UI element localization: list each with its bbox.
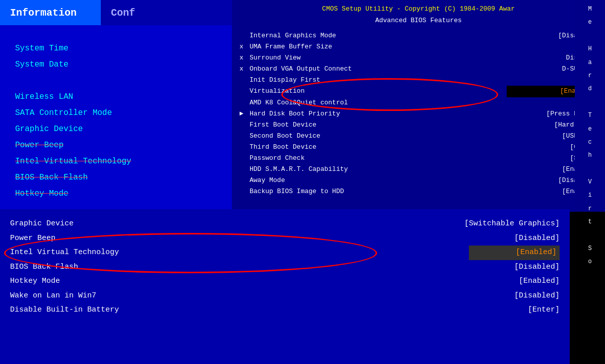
sidebar-letter: r: [588, 202, 591, 215]
left-info-panel: Information Conf System Time System Date…: [0, 0, 232, 212]
bios-row-bios-flash[interactable]: BIOS Back Flash [Disabled]: [10, 260, 560, 275]
list-item[interactable]: System Date: [15, 56, 217, 73]
sidebar-letter: H: [588, 42, 591, 55]
bios-row-uma[interactable]: x UMA Frame Buffer Size 128MB: [239, 41, 597, 52]
tab-bar: Information Conf: [0, 0, 232, 25]
list-item[interactable]: Wireless LAN: [15, 89, 217, 105]
top-right-sidebar: M e H a r d T e c h V i r t S o: [575, 0, 605, 212]
row-prefix: [239, 186, 247, 197]
sidebar-letter: [588, 96, 591, 109]
bios-subtitle: Advanced BIOS Features: [239, 17, 597, 24]
tab-conf-label: Conf: [111, 7, 135, 19]
bios-row-intel-vt[interactable]: Intel Virtual Technology [Enabled]: [10, 246, 560, 260]
sidebar-letter: [588, 229, 591, 242]
row-prefix: x: [239, 64, 247, 75]
row-prefix: [239, 153, 247, 164]
bios-row-hdd-priority[interactable]: ► Hard Disk Boot Priority [Press Enter]: [239, 108, 597, 119]
bios-row-cool-quiet[interactable]: AMD K8 Cool&Quiet control [Auto]: [239, 97, 597, 108]
sidebar-letter: [588, 29, 591, 42]
bios-row-battery[interactable]: Disable Built-in Battery [Enter]: [10, 303, 560, 318]
bios-row-hotkey[interactable]: Hotkey Mode [Enabled]: [10, 274, 560, 289]
row-prefix: [239, 175, 247, 186]
tab-conf[interactable]: Conf: [101, 0, 232, 25]
sidebar-letter: T: [588, 109, 591, 122]
row-prefix: x: [239, 41, 247, 52]
bios-row-onboard-vga[interactable]: x Onboard VGA Output Connect D-SUB/DVI: [239, 64, 597, 75]
sidebar-letter: r: [588, 69, 591, 82]
bios-row-surround[interactable]: x Surround View Disabled: [239, 52, 597, 64]
left-panel-items: System Time System Date Wireless LAN SAT…: [0, 35, 232, 207]
bios-row-smart[interactable]: HDD S.M.A.R.T. Capability [Enabled]: [239, 164, 597, 175]
bios-header-text: CMOS Setup Utility - Copyright (C) 1984-…: [322, 5, 515, 13]
sidebar-letter: h: [588, 149, 591, 162]
bios-subtitle-text: Advanced BIOS Features: [375, 17, 462, 24]
list-item-spacer: [15, 73, 217, 89]
sidebar-letter: M: [588, 3, 591, 16]
row-prefix: [239, 86, 247, 97]
row-prefix: x: [239, 52, 247, 64]
bios-row-first-boot[interactable]: First Boot Device [Hard Disk]: [239, 119, 597, 131]
row-prefix: [239, 97, 247, 108]
bios-row-wake-lan[interactable]: Wake on Lan in Win7 [Disabled]: [10, 289, 560, 304]
bios-row-init-display[interactable]: Init Display First [PEG]: [239, 75, 597, 86]
tab-information-label: Information: [10, 7, 77, 19]
sidebar-letter: a: [588, 56, 591, 69]
bios-row-backup-bios[interactable]: Backup BIOS Image to HDD [Enabled]: [239, 186, 597, 197]
row-prefix: [239, 131, 247, 142]
sidebar-letter: S: [588, 242, 591, 255]
row-prefix: [239, 30, 247, 41]
row-prefix: [239, 75, 247, 86]
list-item[interactable]: SATA Controller Mode: [15, 105, 217, 121]
bios-row-power-beep[interactable]: Power Beep [Disabled]: [10, 231, 560, 246]
bios-row-graphic-device[interactable]: Graphic Device [Switchable Graphics]: [10, 217, 560, 231]
sidebar-letter: [588, 162, 591, 175]
tab-information[interactable]: Information: [0, 0, 101, 25]
bottom-bios-panel: Graphic Device [Switchable Graphics] Pow…: [0, 209, 570, 364]
list-item-bios-flash[interactable]: BIOS Back Flash: [15, 169, 217, 186]
sidebar-letter: V: [588, 175, 591, 189]
row-prefix: [239, 119, 247, 131]
bios-row-third-boot[interactable]: Third Boot Device [CDROM]: [239, 142, 597, 153]
sidebar-letter: o: [588, 255, 591, 268]
row-prefix: ►: [239, 108, 247, 119]
bios-row-password[interactable]: Password Check [Setup]: [239, 153, 597, 164]
sidebar-letter: c: [588, 136, 591, 149]
sidebar-letter: e: [588, 123, 591, 136]
bios-row-virtualization[interactable]: Virtualization [Enabled]: [239, 86, 597, 97]
row-prefix: [239, 164, 247, 175]
bios-row-second-boot[interactable]: Second Boot Device [USB-HDD]: [239, 131, 597, 142]
list-item-intel-vt[interactable]: Intel Virtual Technology: [15, 153, 217, 169]
top-bios-panel: CMOS Setup Utility - Copyright (C) 1984-…: [232, 0, 605, 212]
sidebar-letter: i: [588, 189, 591, 202]
bios-row-away-mode[interactable]: Away Mode [Disabled]: [239, 175, 597, 186]
sidebar-letter: d: [588, 82, 591, 95]
list-item[interactable]: Graphic Device: [15, 121, 217, 137]
row-prefix: [239, 142, 247, 153]
list-item[interactable]: System Time: [15, 40, 217, 56]
sidebar-letter: e: [588, 16, 591, 29]
sidebar-letter: t: [588, 215, 591, 228]
bios-row-internal-graphics[interactable]: Internal Graphics Mode [Disabled]: [239, 30, 597, 41]
list-item-power-beep[interactable]: Power Beep: [15, 137, 217, 153]
bios-header: CMOS Setup Utility - Copyright (C) 1984-…: [239, 5, 597, 13]
list-item-hotkey[interactable]: Hotkey Mode: [15, 186, 217, 202]
